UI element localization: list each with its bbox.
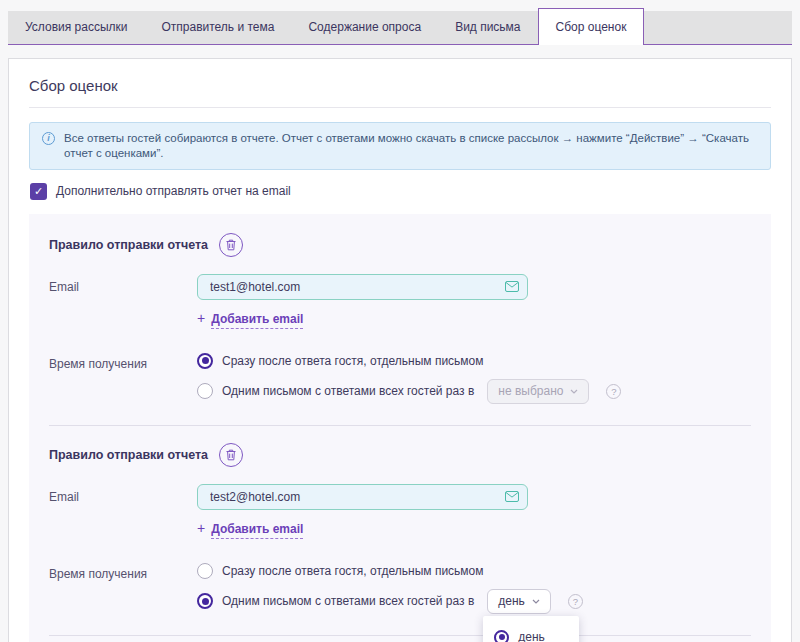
radio-option-digest[interactable]: Одним письмом с ответами всех гостей раз… (197, 589, 583, 614)
chevron-down-icon (532, 599, 540, 604)
radio-option-label: Сразу после ответа гостя, отдельным пись… (222, 354, 484, 368)
tab-ratings-collection[interactable]: Сбор оценок (538, 8, 645, 45)
radio-icon[interactable] (197, 383, 213, 399)
plus-icon: + (197, 310, 205, 326)
help-icon[interactable]: ? (606, 384, 621, 399)
plus-icon: + (197, 520, 205, 536)
period-select-disabled[interactable]: не выбрано (487, 379, 589, 404)
add-email-link-label: Добавить email (211, 312, 303, 329)
receive-time-label: Время получения (49, 351, 197, 371)
report-rule-2: Правило отправки отчета Email (49, 443, 751, 636)
trash-icon (226, 239, 236, 251)
report-rule-1: Правило отправки отчета Email (49, 233, 751, 426)
add-email-link[interactable]: + Добавить email (197, 310, 303, 329)
period-select-value: день (498, 594, 525, 608)
radio-option-immediately[interactable]: Сразу после ответа гостя, отдельным пись… (197, 353, 621, 369)
radio-icon[interactable] (494, 630, 509, 642)
tab-survey-content[interactable]: Содержание опроса (291, 11, 438, 44)
period-option-label: день (518, 630, 545, 642)
info-banner-text: Все ответы гостей собираются в отчете. О… (64, 131, 758, 161)
period-dropdown-popup: день неделю месяц (483, 616, 578, 642)
tab-letter-view[interactable]: Вид письма (438, 11, 537, 44)
rule-title: Правило отправки отчета (49, 238, 208, 252)
radio-option-digest[interactable]: Одним письмом с ответами всех гостей раз… (197, 379, 621, 404)
period-select[interactable]: день (487, 589, 551, 614)
page-title: Сбор оценок (29, 77, 771, 94)
tab-mailing-conditions[interactable]: Условия рассылки (8, 11, 144, 44)
info-icon: i (42, 132, 55, 145)
tab-sender-and-subject[interactable]: Отправитель и тема (144, 11, 291, 44)
trash-icon (226, 449, 236, 461)
email-field-label: Email (49, 274, 197, 294)
radio-option-immediately[interactable]: Сразу после ответа гостя, отдельным пись… (197, 563, 583, 579)
radio-icon[interactable] (197, 593, 213, 609)
radio-icon[interactable] (197, 563, 213, 579)
email-field-label: Email (49, 484, 197, 504)
checkbox-label: Дополнительно отправлять отчет на email (56, 184, 291, 198)
delete-rule-button[interactable] (219, 443, 243, 467)
radio-option-label: Одним письмом с ответами всех гостей раз… (222, 594, 474, 608)
period-select-value: не выбрано (498, 384, 563, 398)
period-option-day[interactable]: день (494, 630, 560, 642)
checkbox-checked-icon[interactable]: ✓ (30, 183, 47, 200)
rule-divider (49, 635, 751, 636)
title-divider (29, 107, 771, 108)
info-banner: i Все ответы гостей собираются в отчете.… (29, 122, 771, 170)
envelope-icon (505, 491, 519, 502)
tab-bar-filler (644, 11, 792, 44)
radio-icon[interactable] (197, 353, 213, 369)
receive-time-label: Время получения (49, 561, 197, 581)
help-icon[interactable]: ? (568, 594, 583, 609)
radio-option-label: Одним письмом с ответами всех гостей раз… (222, 384, 474, 398)
envelope-icon (505, 281, 519, 292)
chevron-down-icon (570, 389, 578, 394)
report-rules-section: Правило отправки отчета Email (29, 214, 771, 642)
main-panel: Сбор оценок i Все ответы гостей собирают… (8, 58, 792, 642)
delete-rule-button[interactable] (219, 233, 243, 257)
send-report-checkbox-row[interactable]: ✓ Дополнительно отправлять отчет на emai… (30, 183, 771, 200)
add-email-link-label: Добавить email (211, 522, 303, 539)
tab-bar: Условия рассылки Отправитель и тема Соде… (8, 8, 792, 45)
radio-option-label: Сразу после ответа гостя, отдельным пись… (222, 564, 484, 578)
rule-title: Правило отправки отчета (49, 448, 208, 462)
rule-divider (49, 425, 751, 426)
email-input[interactable] (197, 274, 528, 300)
email-input[interactable] (197, 484, 528, 510)
add-email-link[interactable]: + Добавить email (197, 520, 303, 539)
